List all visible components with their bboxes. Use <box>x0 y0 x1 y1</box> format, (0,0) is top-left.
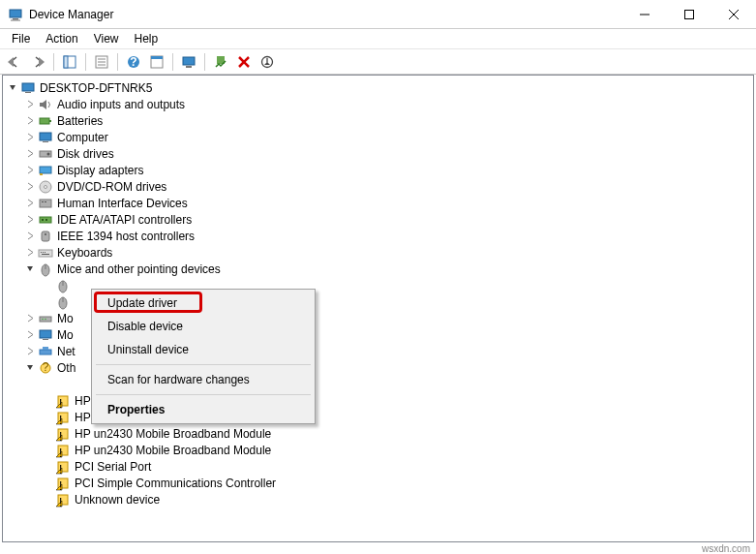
tree-category-ieee1394[interactable]: IEEE 1394 host controllers <box>3 228 753 244</box>
tree-device-hp4[interactable]: ! HP un2430 Mobile Broadband Module <box>3 442 753 458</box>
tree-label: Oth <box>57 361 76 375</box>
chevron-right-icon[interactable] <box>22 229 38 244</box>
warning-device-icon: ! <box>55 443 71 458</box>
tree-category-disk[interactable]: Disk drives <box>3 145 753 162</box>
svg-rect-18 <box>186 66 192 68</box>
svg-rect-45 <box>43 252 44 253</box>
tree-category-mice[interactable]: Mice and other pointing devices <box>3 261 753 277</box>
svg-rect-4 <box>685 10 694 18</box>
svg-rect-44 <box>41 252 42 253</box>
svg-rect-28 <box>43 141 48 142</box>
svg-rect-8 <box>64 56 68 68</box>
chevron-down-icon[interactable] <box>22 360 38 376</box>
tree-device-pci-serial[interactable]: ! PCI Serial Port <box>3 458 753 475</box>
back-button[interactable] <box>4 51 25 73</box>
tree-label: Mo <box>57 312 74 325</box>
toolbar-separator <box>204 53 205 71</box>
chevron-right-icon[interactable] <box>22 113 38 129</box>
menu-file[interactable]: File <box>4 30 38 47</box>
chevron-down-icon[interactable] <box>22 262 38 277</box>
svg-text:?: ? <box>130 55 136 69</box>
svg-rect-1 <box>13 18 18 20</box>
tree-label: IEEE 1394 host controllers <box>57 230 195 243</box>
twisty-none <box>40 393 55 409</box>
mouse-icon <box>55 278 71 293</box>
svg-rect-39 <box>42 219 44 221</box>
chevron-right-icon[interactable] <box>22 212 38 228</box>
tree-device-hp3[interactable]: ! HP un2430 Mobile Broadband Module <box>3 425 753 442</box>
battery-icon <box>38 113 53 129</box>
titlebar: Device Manager <box>0 0 756 29</box>
chevron-right-icon[interactable] <box>22 163 38 178</box>
close-button[interactable] <box>711 0 756 29</box>
context-scan-hardware[interactable]: Scan for hardware changes <box>94 368 313 391</box>
tree-category-batteries[interactable]: Batteries <box>3 112 753 129</box>
watermark: wsxdn.com <box>702 543 750 554</box>
twisty-none <box>40 410 55 425</box>
chevron-right-icon[interactable] <box>22 179 38 195</box>
svg-rect-27 <box>40 133 51 140</box>
svg-rect-36 <box>42 201 44 202</box>
warning-device-icon: ! <box>55 492 71 508</box>
tree-label: Display adapters <box>57 164 143 177</box>
chevron-right-icon[interactable] <box>22 344 38 359</box>
tree-label: Keyboards <box>57 246 112 260</box>
monitor-icon <box>38 327 53 343</box>
menu-view[interactable]: View <box>86 30 127 47</box>
tree-category-dvd[interactable]: DVD/CD-ROM drives <box>3 178 753 195</box>
keyboard-icon <box>38 245 53 261</box>
tree-category-computer[interactable]: Computer <box>3 129 753 145</box>
warning-device-icon: ! <box>55 476 71 491</box>
svg-rect-60 <box>43 347 48 350</box>
minimize-button[interactable] <box>622 0 667 29</box>
mouse-icon <box>55 294 71 310</box>
tree-label: HP un2430 Mobile Broadband Module <box>75 427 271 441</box>
svg-rect-17 <box>183 57 195 65</box>
tree-category-hid[interactable]: Human Interface Devices <box>3 195 753 211</box>
disable-button[interactable] <box>257 51 278 73</box>
show-hide-tree-button[interactable] <box>59 51 80 73</box>
svg-rect-16 <box>151 56 163 59</box>
monitor-icon <box>38 130 53 145</box>
chevron-down-icon[interactable] <box>5 80 20 96</box>
tree-category-display[interactable]: Display adapters <box>3 162 753 178</box>
twisty-none <box>40 294 55 310</box>
firewire-icon <box>38 229 53 244</box>
tree-category-ide[interactable]: IDE ATA/ATAPI controllers <box>3 211 753 228</box>
context-update-driver[interactable]: Update driver <box>94 292 313 315</box>
tree-device-pci-comm[interactable]: ! PCI Simple Communications Controller <box>3 475 753 491</box>
chevron-right-icon[interactable] <box>22 97 38 112</box>
menu-help[interactable]: Help <box>127 30 166 47</box>
scan-hardware-button[interactable] <box>178 51 199 73</box>
chevron-right-icon[interactable] <box>22 196 38 211</box>
forward-button[interactable] <box>27 51 48 73</box>
context-uninstall-device[interactable]: Uninstall device <box>94 338 313 361</box>
maximize-button[interactable] <box>667 0 711 29</box>
tree-label: PCI Serial Port <box>75 460 151 474</box>
chevron-right-icon[interactable] <box>22 245 38 261</box>
context-properties[interactable]: Properties <box>94 398 313 421</box>
chevron-right-icon[interactable] <box>22 146 38 162</box>
properties-button[interactable] <box>91 51 112 73</box>
tree-category-keyboards[interactable]: Keyboards <box>3 244 753 261</box>
help-button[interactable]: ? <box>123 51 144 73</box>
tree-category-audio[interactable]: Audio inputs and outputs <box>3 96 753 112</box>
action-button[interactable] <box>146 51 167 73</box>
menu-action[interactable]: Action <box>38 30 85 47</box>
svg-point-34 <box>45 185 47 188</box>
uninstall-button[interactable] <box>233 51 255 73</box>
hid-icon <box>38 196 53 211</box>
svg-rect-2 <box>11 19 20 20</box>
toolbar-separator <box>53 53 54 71</box>
chevron-right-icon[interactable] <box>22 311 38 326</box>
chevron-right-icon[interactable] <box>22 130 38 145</box>
svg-text:!: ! <box>59 429 62 442</box>
tree-label: Computer <box>57 131 108 144</box>
context-disable-device[interactable]: Disable device <box>94 315 313 338</box>
chevron-right-icon[interactable] <box>22 327 38 343</box>
tree-device-unknown[interactable]: ! Unknown device <box>3 491 753 508</box>
tree-root[interactable]: DESKTOP-DFTNRK5 <box>3 79 753 96</box>
svg-rect-25 <box>40 118 49 124</box>
svg-rect-47 <box>42 254 49 255</box>
update-driver-button[interactable] <box>210 51 231 73</box>
